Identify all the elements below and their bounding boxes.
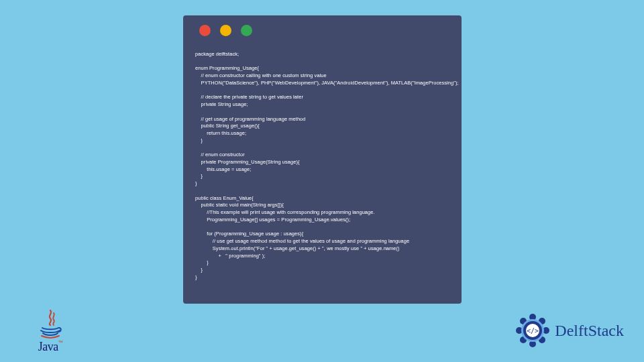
svg-text:</>: </> <box>527 327 539 335</box>
delftstack-emblem-icon: </> <box>515 312 551 349</box>
delftstack-wordmark: DelftStack <box>555 322 624 340</box>
java-wordmark: Java™ <box>30 340 70 354</box>
maximize-icon <box>241 25 252 36</box>
code-window: package delftstack; enum Programming_Usa… <box>183 15 462 304</box>
code-block: package delftstack; enum Programming_Usa… <box>195 51 449 282</box>
close-icon <box>199 25 211 36</box>
java-word-text: Java <box>38 340 58 353</box>
minimize-icon <box>220 25 231 36</box>
java-tm: ™ <box>58 340 63 345</box>
java-steam-icon <box>30 309 70 339</box>
window-traffic-lights <box>195 25 449 36</box>
java-logo: Java™ <box>30 309 70 354</box>
delftstack-logo: </> DelftStack <box>515 312 624 349</box>
